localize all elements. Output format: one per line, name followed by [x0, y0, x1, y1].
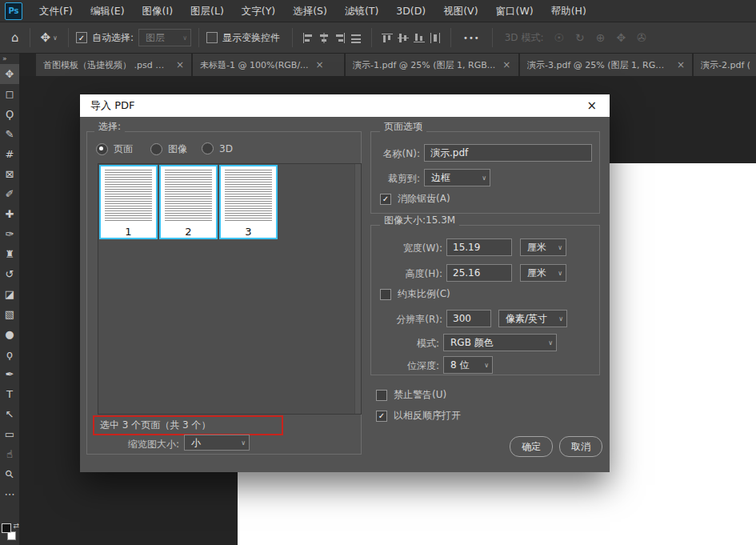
- menu-image[interactable]: 图像(I): [134, 0, 182, 22]
- move-tool[interactable]: ✥: [0, 64, 19, 84]
- antialias-checkbox[interactable]: [380, 194, 391, 205]
- height-unit-dropdown[interactable]: 厘米 ∨: [520, 264, 566, 282]
- marquee-tool[interactable]: ◻: [0, 84, 19, 104]
- close-icon[interactable]: ×: [677, 59, 685, 70]
- bit-depth-dropdown[interactable]: 8 位 ∨: [443, 356, 493, 374]
- dodge-tool[interactable]: ϙ: [0, 344, 19, 364]
- pdf-page-thumbnail[interactable]: 1: [99, 165, 158, 239]
- dialog-title-bar[interactable]: 导入 PDF ×: [80, 94, 610, 117]
- width-input[interactable]: [446, 238, 512, 256]
- clone-stamp-tool[interactable]: ♜: [0, 244, 19, 264]
- eraser-tool[interactable]: ◪: [0, 284, 19, 304]
- name-input[interactable]: [424, 144, 592, 162]
- radio-3d[interactable]: 3D: [202, 142, 233, 154]
- menu-view[interactable]: 视图(V): [434, 0, 486, 22]
- align-center-v-icon[interactable]: [395, 29, 411, 46]
- hand-tool[interactable]: ☝: [0, 444, 19, 464]
- close-icon[interactable]: ×: [502, 59, 510, 70]
- menu-type[interactable]: 文字(Y): [233, 0, 284, 22]
- auto-select-checkbox[interactable]: [76, 32, 87, 43]
- align-top-icon[interactable]: [379, 29, 395, 46]
- slide-3d-icon[interactable]: ✥: [610, 31, 631, 44]
- camera-3d-icon[interactable]: ✇: [631, 31, 652, 44]
- thumb-size-dropdown[interactable]: 小 ∨: [184, 435, 250, 451]
- reverse-order-row[interactable]: 以相反顺序打开: [376, 409, 461, 423]
- align-right-icon[interactable]: [332, 29, 348, 46]
- height-input[interactable]: [446, 264, 512, 282]
- menu-window[interactable]: 窗口(W): [487, 0, 542, 22]
- lasso-tool[interactable]: Ϙ: [0, 104, 19, 124]
- tab-document-4[interactable]: 演示-3.pdf @ 25% (图层 1, RGB...×: [520, 54, 692, 76]
- width-unit-dropdown[interactable]: 厘米 ∨: [520, 238, 566, 256]
- history-brush-tool[interactable]: ↺: [0, 264, 19, 284]
- align-top-edges-icon[interactable]: [348, 29, 364, 46]
- distribute-h-icon[interactable]: [427, 29, 443, 46]
- resolution-input[interactable]: [446, 310, 491, 327]
- tab-document-5[interactable]: 演示-2.pdf (: [694, 54, 756, 76]
- reverse-order-checkbox[interactable]: [376, 411, 387, 422]
- menu-3d[interactable]: 3D(D): [387, 0, 434, 22]
- healing-brush-tool[interactable]: ✚: [0, 204, 19, 224]
- orbit-3d-icon[interactable]: ☉: [548, 31, 570, 44]
- blur-tool[interactable]: ●: [0, 324, 19, 344]
- quick-selection-tool[interactable]: ✎: [0, 124, 19, 144]
- frame-tool[interactable]: ⊠: [0, 164, 19, 184]
- swap-colors-icon[interactable]: ⇄: [13, 522, 19, 530]
- rectangle-tool[interactable]: ▭: [0, 424, 19, 444]
- close-icon[interactable]: ×: [316, 59, 324, 70]
- crop-tool[interactable]: #: [0, 144, 19, 164]
- pdf-page-thumbnail[interactable]: 3: [219, 165, 278, 239]
- suppress-warnings-checkbox[interactable]: [376, 390, 387, 401]
- tab-document-1[interactable]: 首图模板（迅捷视频） .psd @ ...×: [36, 54, 191, 76]
- thumb-size-value: 小: [191, 436, 201, 450]
- antialias-row[interactable]: 消除锯齿(A): [380, 192, 450, 206]
- pen-tool[interactable]: ✒: [0, 364, 19, 384]
- pdf-page-thumbnail[interactable]: 2: [159, 165, 218, 239]
- tab-document-3[interactable]: 演示-1.pdf @ 25% (图层 1, RGB...×: [346, 54, 518, 76]
- menu-edit[interactable]: 编辑(E): [82, 0, 134, 22]
- edit-toolbar-button[interactable]: ⋯: [0, 484, 19, 504]
- type-tool[interactable]: T: [0, 384, 19, 404]
- close-icon[interactable]: ×: [176, 59, 184, 70]
- constrain-checkbox[interactable]: [380, 289, 391, 300]
- radio-images[interactable]: 图像: [150, 142, 187, 156]
- radio-icon[interactable]: [150, 143, 162, 155]
- list-scrollbar[interactable]: [354, 164, 361, 414]
- brush-tool[interactable]: ✑: [0, 224, 19, 244]
- color-swatches[interactable]: ⇄: [1, 522, 18, 543]
- eyedropper-tool[interactable]: ✐: [0, 184, 19, 204]
- radio-icon[interactable]: [202, 142, 214, 154]
- constrain-row[interactable]: 约束比例(C): [380, 287, 450, 301]
- menu-file[interactable]: 文件(F): [30, 0, 82, 22]
- page-thumbnail-list[interactable]: 1 2 3: [98, 163, 362, 415]
- show-transform-checkbox[interactable]: [206, 32, 218, 43]
- zoom-tool[interactable]: ⚲: [0, 464, 19, 484]
- auto-select-target-dropdown[interactable]: 图层∨: [138, 29, 191, 46]
- ok-button[interactable]: 确定: [510, 436, 553, 457]
- gradient-tool[interactable]: ▧: [0, 304, 19, 324]
- foreground-color-swatch[interactable]: [2, 523, 11, 533]
- menu-help[interactable]: 帮助(H): [542, 0, 595, 22]
- mode-dropdown[interactable]: RGB 颜色 ∨: [443, 334, 557, 351]
- roll-3d-icon[interactable]: ↻: [570, 31, 590, 44]
- radio-pages[interactable]: 页面: [96, 142, 133, 156]
- align-bottom-icon[interactable]: [411, 29, 427, 46]
- close-icon[interactable]: ×: [584, 98, 599, 113]
- menu-select[interactable]: 选择(S): [284, 0, 336, 22]
- align-left-icon[interactable]: [300, 29, 316, 46]
- drag-3d-icon[interactable]: ⊕: [590, 31, 611, 44]
- collapse-tools-button[interactable]: »: [0, 54, 19, 64]
- move-tool-preset-icon[interactable]: ✥∨: [38, 30, 61, 45]
- menu-layer[interactable]: 图层(L): [182, 0, 233, 22]
- suppress-warnings-row[interactable]: 禁止警告(U): [376, 388, 446, 402]
- path-selection-tool[interactable]: ↖: [0, 404, 19, 424]
- more-options-button[interactable]: •••: [458, 34, 485, 42]
- resolution-unit-dropdown[interactable]: 像素/英寸 ∨: [498, 310, 567, 327]
- tab-document-2[interactable]: 未标题-1 @ 100%(RGB/...×: [193, 54, 344, 76]
- cancel-button[interactable]: 取消: [559, 436, 602, 457]
- radio-icon[interactable]: [96, 143, 108, 155]
- crop-to-dropdown[interactable]: 边框 ∨: [424, 169, 490, 186]
- home-icon[interactable]: ⌂: [8, 30, 22, 45]
- align-center-h-icon[interactable]: [316, 29, 332, 46]
- menu-filter[interactable]: 滤镜(T): [336, 0, 387, 22]
